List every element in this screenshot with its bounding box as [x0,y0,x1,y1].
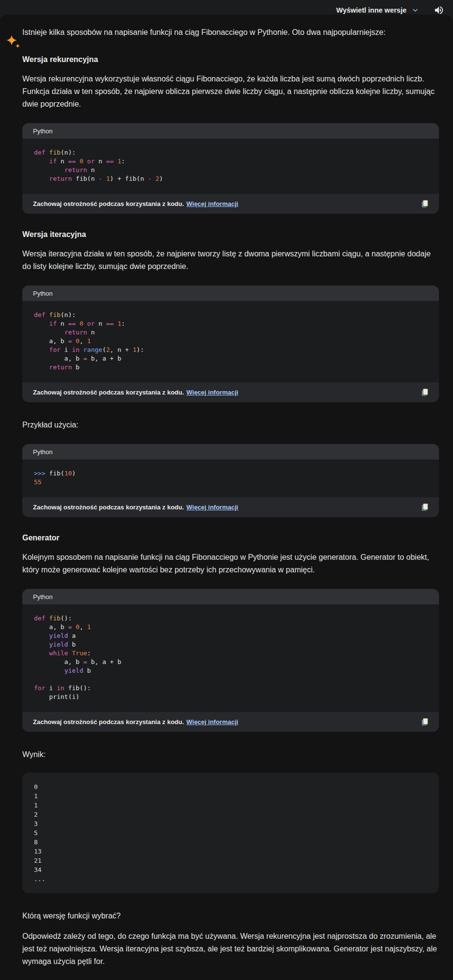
code-block-footer: Zachowaj ostrożność podczas korzystania … [22,382,439,402]
view-other-drafts-toggle[interactable]: Wyświetl inne wersje [336,5,420,15]
code-block-header: Python [22,123,439,139]
paragraph-generator: Kolejnym sposobem na napisanie funkcji n… [22,551,439,576]
heading-recursive: Wersja rekurencyjna [22,54,439,65]
heading-iterative: Wersja iteracyjna [22,229,439,240]
result-label: Wynik: [22,748,439,761]
more-info-link[interactable]: Więcej informacji [186,504,238,511]
chevron-down-icon [410,5,420,15]
code-block-example: Python >>> fib(10) 55 Zachowaj ostrożnoś… [22,444,439,517]
code-block-header: Python [22,285,439,301]
speaker-button[interactable] [433,4,445,16]
code-content: def fib(n): if n == 0 or n == 1: return … [22,139,439,194]
code-warning-text: Zachowaj ostrożność podczas korzystania … [33,504,184,511]
heading-generator: Generator [22,533,439,543]
question-paragraph: Którą wersję funkcji wybrać? [22,910,439,922]
code-block-header: Python [22,444,439,459]
copy-code-button[interactable] [419,502,430,513]
code-content: def fib(n): if n == 0 or n == 1: return … [22,301,439,382]
code-block-footer: Zachowaj ostrożność podczas korzystania … [22,194,439,214]
more-info-link[interactable]: Więcej informacji [186,200,238,207]
copy-icon [420,199,429,208]
intro-paragraph: Istnieje kilka sposobów na napisanie fun… [22,26,439,39]
copy-icon [420,717,429,727]
code-warning-text: Zachowaj ostrożność podczas korzystania … [33,389,184,396]
example-usage-label: Przykład użycia: [22,419,439,431]
bard-sparkle-icon [6,35,21,49]
code-warning-text: Zachowaj ostrożność podczas korzystania … [33,718,184,726]
output-content: 0 1 1 2 3 5 8 13 21 34 ... [34,782,427,884]
code-language-label: Python [33,448,52,456]
paragraph-recursive: Wersja rekurencyjna wykorzystuje własnoś… [22,73,439,111]
copy-code-button[interactable] [419,716,430,727]
more-info-link[interactable]: Więcej informacji [186,389,238,396]
code-block-generator: Python def fib(): a, b = 0, 1 yield a yi… [22,589,439,732]
code-block-footer: Zachowaj ostrożność podczas korzystania … [22,712,439,732]
paragraph-iterative: Wersja iteracyjna działa w ten sposób, ż… [22,248,439,273]
output-block: 0 1 1 2 3 5 8 13 21 34 ... [22,773,439,893]
code-block-recursive: Python def fib(n): if n == 0 or n == 1: … [22,123,439,214]
copy-code-button[interactable] [419,198,430,209]
volume-up-icon [434,5,444,16]
drafts-row: Wyświetl inne wersje [336,4,445,16]
more-info-link[interactable]: Więcej informacji [186,718,238,726]
code-warning-text: Zachowaj ostrożność podczas korzystania … [33,200,184,207]
response-card: Istnieje kilka sposobów na napisanie fun… [0,15,453,980]
copy-code-button[interactable] [419,387,430,398]
code-language-label: Python [33,127,52,135]
code-language-label: Python [33,593,52,601]
copy-icon [420,503,429,512]
code-block-iterative: Python def fib(n): if n == 0 or n == 1: … [22,285,439,402]
code-language-label: Python [33,290,52,297]
code-content: def fib(): a, b = 0, 1 yield a yield b w… [22,604,439,712]
code-block-footer: Zachowaj ostrożność podczas korzystania … [22,497,439,517]
conclusion-paragraph: Odpowiedź zależy od tego, do czego funkc… [22,930,439,968]
code-content: >>> fib(10) 55 [22,459,439,497]
code-block-header: Python [22,589,439,604]
drafts-label: Wyświetl inne wersje [336,6,406,14]
copy-icon [420,388,429,397]
